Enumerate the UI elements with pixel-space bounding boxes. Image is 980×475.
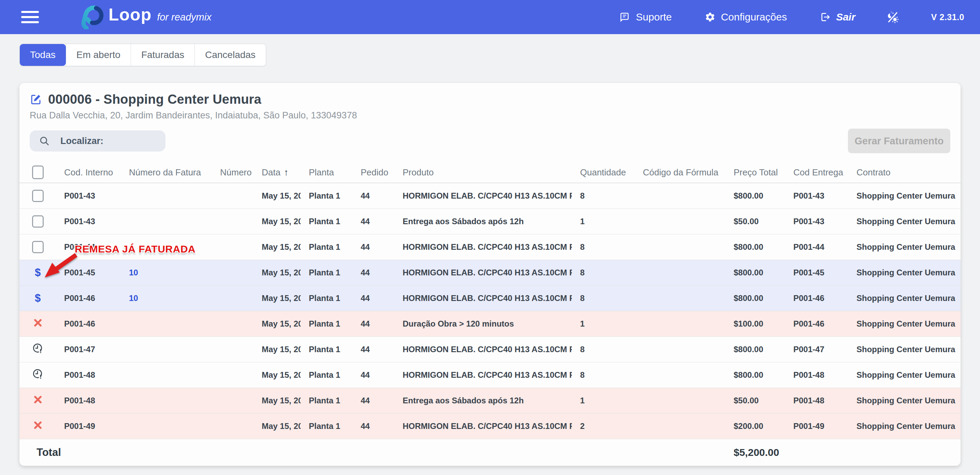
cell-codigo-formula <box>635 260 725 286</box>
col-numero-da-fatura[interactable]: Número da Fatura <box>121 162 212 183</box>
sort-asc-icon: ↑ <box>284 167 289 178</box>
menu-icon[interactable] <box>21 10 39 24</box>
cell-quantidade: 8 <box>572 337 635 362</box>
cell-preco-total: $50.00 <box>725 388 785 413</box>
cell-cod-interno: P001-47 <box>56 337 121 362</box>
cell-data: May 15, 2023 <box>253 337 301 362</box>
pending-clock-icon <box>32 343 44 354</box>
search-input[interactable] <box>60 135 157 147</box>
cell-numero-fatura <box>121 362 212 388</box>
cell-numero-fatura[interactable]: 10 <box>121 286 212 311</box>
cell-pedido: 44 <box>353 337 395 362</box>
col-preco-total[interactable]: Preço Total <box>725 162 785 183</box>
table-row: P001-43May 15, 2023Planta 144HORMIGON EL… <box>19 183 961 209</box>
nav-configuracoes[interactable]: Configurações <box>705 11 787 23</box>
col-codigo-da-formula[interactable]: Código da Fórmula <box>635 162 725 183</box>
theme-toggle-icon[interactable] <box>884 10 901 24</box>
gear-icon <box>705 12 716 22</box>
brand-suffix: for readymix <box>157 12 212 23</box>
col-data[interactable]: Data↑ <box>253 162 301 183</box>
select-all-checkbox[interactable] <box>32 165 44 179</box>
cell-cod-interno: P001-48 <box>56 388 121 413</box>
cell-numero-fatura <box>121 311 212 337</box>
cell-planta: Planta 1 <box>301 413 353 439</box>
row-checkbox[interactable] <box>32 215 44 227</box>
cell-data: May 15, 2023 <box>253 311 301 337</box>
cell-numero <box>212 413 253 439</box>
cell-quantidade: 8 <box>572 183 635 209</box>
cell-cod-interno: P001-46 <box>56 311 121 337</box>
tab-em-aberto[interactable]: Em aberto <box>66 44 131 66</box>
cell-quantidade: 8 <box>572 260 635 286</box>
cell-codigo-formula <box>635 337 725 362</box>
cell-numero-fatura <box>121 183 212 209</box>
table-row: $P001-4610May 15, 2023Planta 144HORMIGON… <box>19 286 961 311</box>
edit-icon[interactable] <box>30 93 42 105</box>
table-row: P001-43May 15, 2023Planta 144Entrega aos… <box>19 209 961 234</box>
total-label: Total <box>19 439 121 466</box>
cell-cod-entrega: P001-43 <box>785 209 848 234</box>
row-checkbox[interactable] <box>32 241 44 253</box>
cell-contrato: Shopping Center Uemura <box>848 362 961 388</box>
generate-billing-button[interactable]: Gerar Faturamento <box>848 129 950 153</box>
cancelled-x-icon <box>33 318 43 328</box>
cell-preco-total: $800.00 <box>725 286 785 311</box>
cell-quantidade: 8 <box>572 286 635 311</box>
cell-planta: Planta 1 <box>301 183 353 209</box>
chat-icon <box>619 11 631 23</box>
cell-cod-interno: P001-43 <box>56 183 121 209</box>
pending-clock-icon <box>32 368 44 380</box>
cell-codigo-formula <box>635 209 725 234</box>
cell-contrato: Shopping Center Uemura <box>848 260 961 286</box>
cell-pedido: 44 <box>353 311 395 337</box>
cell-planta: Planta 1 <box>301 286 353 311</box>
cell-numero-fatura <box>121 388 212 413</box>
cell-data: May 15, 2023 <box>253 286 301 311</box>
cell-quantidade: 1 <box>572 209 635 234</box>
tab-canceladas[interactable]: Canceladas <box>194 44 266 66</box>
cell-cod-entrega: P001-47 <box>785 337 848 362</box>
col-pedido[interactable]: Pedido <box>353 162 395 183</box>
cell-codigo-formula <box>635 362 725 388</box>
search-box <box>30 130 165 151</box>
col-cod-entrega[interactable]: Cod Entrega <box>785 162 848 183</box>
cell-produto: HORMIGON ELAB. C/CPC40 H13 AS.10CM PP6-2… <box>395 234 572 260</box>
cell-contrato: Shopping Center Uemura <box>848 337 961 362</box>
cell-preco-total: $800.00 <box>725 337 785 362</box>
cell-pedido: 44 <box>353 286 395 311</box>
cell-numero <box>212 337 253 362</box>
cell-produto: HORMIGON ELAB. C/CPC40 H13 AS.10CM PP6-2… <box>395 362 572 388</box>
nav-suporte[interactable]: Suporte <box>619 11 672 23</box>
col-quantidade[interactable]: Quantidade <box>572 162 635 183</box>
cell-contrato: Shopping Center Uemura <box>848 286 961 311</box>
cell-produto: HORMIGON ELAB. C/CPC40 H13 AS.10CM PP6-2… <box>395 183 572 209</box>
tab-faturadas[interactable]: Faturadas <box>131 44 194 66</box>
row-checkbox[interactable] <box>32 190 44 202</box>
tab-todas[interactable]: Todas <box>20 44 66 66</box>
cell-quantidade: 2 <box>572 413 635 439</box>
table-row: P001-46May 15, 2023Planta 144Duração Obr… <box>19 311 961 337</box>
cell-planta: Planta 1 <box>301 311 353 337</box>
cell-contrato: Shopping Center Uemura <box>848 183 961 209</box>
col-cod-interno[interactable]: Cod. Interno <box>56 162 121 183</box>
col-produto[interactable]: Produto <box>395 162 572 183</box>
cell-contrato: Shopping Center Uemura <box>848 209 961 234</box>
nav-sair[interactable]: Sair <box>819 11 856 23</box>
cell-preco-total: $800.00 <box>725 183 785 209</box>
cell-cod-interno: P001-48 <box>56 362 121 388</box>
cell-contrato: Shopping Center Uemura <box>848 413 961 439</box>
cell-numero <box>212 311 253 337</box>
col-contrato[interactable]: Contrato <box>848 162 961 183</box>
billed-dollar-icon: $ <box>35 292 41 304</box>
cancelled-x-icon <box>33 420 43 430</box>
cell-produto: Duração Obra > 120 minutos <box>395 311 572 337</box>
cell-pedido: 44 <box>353 209 395 234</box>
cell-numero-fatura <box>121 209 212 234</box>
loop-logo-icon <box>79 5 104 29</box>
cell-numero-fatura[interactable]: 10 <box>121 260 212 286</box>
cell-cod-interno: P001-46 <box>56 286 121 311</box>
col-planta[interactable]: Planta <box>301 162 353 183</box>
table-row: P001-44May 15, 2023Planta 144HORMIGON EL… <box>19 234 961 260</box>
col-numero[interactable]: Número <box>212 162 253 183</box>
billed-dollar-icon: $ <box>35 267 41 278</box>
